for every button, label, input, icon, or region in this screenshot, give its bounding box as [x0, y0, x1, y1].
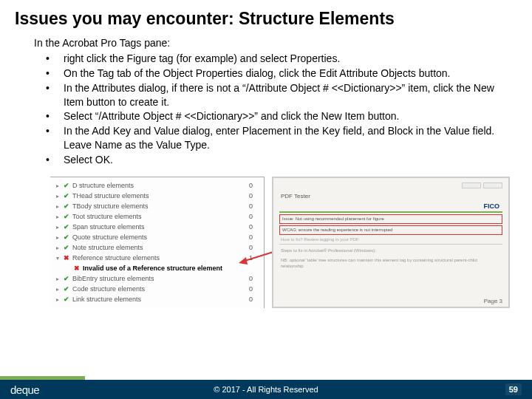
tree-item-label: Toot structure elements: [72, 213, 249, 220]
preview-text: How to fix? Review tagging in your PDF: [281, 237, 501, 242]
tree-item-label: Span structure elements: [72, 223, 249, 231]
check-icon: ✔: [62, 285, 70, 293]
tree-item-label: D structure elements: [72, 182, 249, 189]
tree-arrow-icon: ▾: [56, 255, 62, 262]
highlighted-issue: Issue: Not using recommended placement f…: [279, 214, 502, 224]
tree-arrow-icon: ▸: [56, 276, 62, 282]
tree-item-count: 0: [249, 285, 264, 293]
slide-number: 59: [505, 383, 522, 395]
tree-item-label: Link structure elements: [72, 296, 249, 303]
footer-bar: deque © 2017 - All Rights Reserved 59: [0, 380, 532, 399]
check-icon: ✔: [62, 192, 70, 200]
preview-brand: FICO: [279, 202, 499, 210]
error-icon: ✖: [62, 254, 70, 262]
tree-item-count: 0: [249, 275, 264, 282]
tree-item-count: 0: [249, 202, 264, 210]
preview-text: Steps to fix in Acrobat® Professional (W…: [281, 248, 501, 253]
bullet-item: On the Tag tab of the Object Properties …: [46, 66, 505, 81]
tree-item-label: Quote structure elements: [72, 233, 249, 241]
checker-panel: ▸✔D structure elements0 ▸✔THead structur…: [50, 177, 265, 308]
preview-tabs: [279, 183, 502, 188]
tree-arrow-icon: ▸: [56, 296, 62, 303]
highlighted-issue: WCAG: ensure the reading experience is n…: [279, 225, 502, 235]
tree-arrow-icon: ▸: [56, 286, 62, 293]
tree-item-count: 0: [249, 192, 264, 200]
figure-area: ▸✔D structure elements0 ▸✔THead structur…: [0, 168, 532, 308]
preview-title: PDF Tester: [281, 193, 502, 200]
check-icon: ✔: [62, 296, 70, 304]
tree-item-label: TBody structure elements: [72, 202, 249, 210]
preview-text: NB: optional 'table' tree structures can…: [281, 257, 501, 270]
bullet-item: right click the Figure tag (for example)…: [46, 52, 505, 66]
tree-item-label: BibEntry structure elements: [72, 275, 249, 282]
tree-item-count: 0: [249, 233, 264, 241]
deque-logo: deque: [10, 383, 39, 396]
tree-arrow-icon: ▸: [56, 245, 62, 251]
copyright-text: © 2017 - All Rights Reserved: [214, 385, 318, 394]
tree-item-label: THead structure elements: [72, 192, 249, 200]
tree-item-count: 0: [249, 296, 264, 303]
tree-item-label: Invalid use of a Reference structure ele…: [83, 265, 264, 272]
preview-tab: [483, 183, 502, 188]
bullet-list: right click the Figure tag (for example)…: [34, 52, 505, 167]
tree-item-label: Note structure elements: [72, 244, 249, 251]
bullet-item: Select “/Attribute Object # <<Dictionary…: [46, 109, 505, 123]
bullet-item: In the Attributes dialog, if there is no…: [46, 81, 505, 109]
error-icon: ✖: [72, 265, 81, 273]
check-icon: ✔: [62, 182, 70, 190]
tree-item-count: 0: [249, 244, 264, 251]
divider: [279, 244, 502, 245]
tree-arrow-icon: ▸: [56, 183, 62, 189]
tree-arrow-icon: ▸: [56, 234, 62, 241]
divider: [279, 211, 502, 213]
check-icon: ✔: [62, 275, 70, 283]
tree-item-label: Reference structure elements: [72, 254, 249, 262]
bullet-item: In the Add Key and Value dialog, enter P…: [46, 124, 505, 152]
tree-item-count: 0: [249, 213, 264, 220]
slide-title: Issues you may encounter: Structure Elem…: [0, 0, 532, 33]
check-icon: ✔: [62, 202, 70, 211]
intro-text: In the Acrobat Pro Tags pane:: [34, 36, 505, 50]
check-icon: ✔: [62, 244, 70, 252]
tree-arrow-icon: ▸: [56, 214, 62, 220]
document-preview: PDF Tester FICO Issue: Not using recomme…: [272, 177, 510, 308]
content-body: In the Acrobat Pro Tags pane: right clic…: [0, 33, 532, 167]
tree-item-count: 0: [249, 223, 264, 231]
check-icon: ✔: [62, 233, 70, 242]
check-icon: ✔: [62, 223, 70, 231]
tree-item-label: Code structure elements: [72, 285, 249, 293]
tree-item-count: 1: [249, 254, 264, 262]
bullet-item: Select OK.: [46, 153, 505, 167]
check-icon: ✔: [62, 213, 70, 221]
tree-item-count: 0: [249, 182, 264, 189]
preview-tab: [462, 183, 481, 188]
preview-page-number: Page 3: [484, 298, 502, 304]
tree-arrow-icon: ▸: [56, 193, 62, 200]
tree-arrow-icon: ▸: [56, 203, 62, 210]
tree-arrow-icon: ▸: [56, 224, 62, 231]
